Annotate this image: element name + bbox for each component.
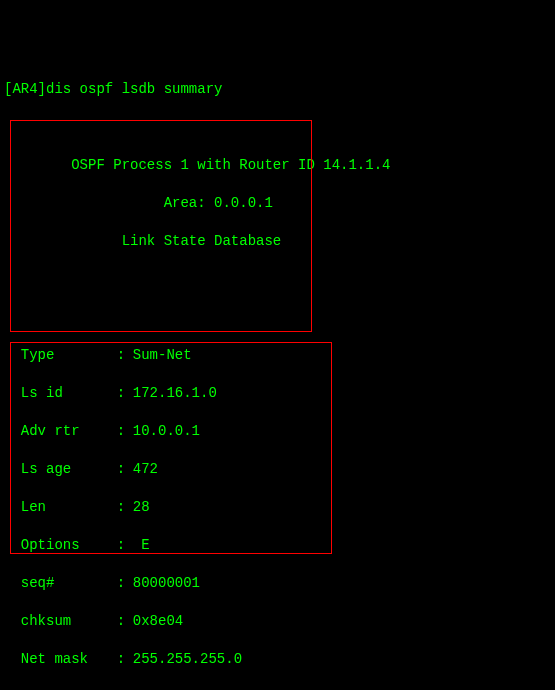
- header-process: OSPF Process 1 with Router ID 14.1.1.4: [4, 156, 555, 175]
- prompt-host: [AR4]: [4, 81, 46, 97]
- lsa-row: Type:Sum-Net: [4, 346, 555, 365]
- lsa-row: seq#:80000001: [4, 574, 555, 593]
- header-db: Link State Database: [4, 232, 555, 251]
- lsa-row: Len:28: [4, 498, 555, 517]
- highlight-box-2: [10, 342, 332, 554]
- lsa-row: Net mask:255.255.255.0: [4, 650, 555, 669]
- lsa-row: Ls id:172.16.1.0: [4, 384, 555, 403]
- lsa-row: chksum:0x8e04: [4, 612, 555, 631]
- highlight-box-1: [10, 120, 312, 332]
- lsa-row: Options: E: [4, 536, 555, 555]
- lsa-row: Adv rtr:10.0.0.1: [4, 422, 555, 441]
- lsa-row: Ls age:472: [4, 460, 555, 479]
- prompt-cmd: dis ospf lsdb summary: [46, 81, 222, 97]
- cmd-line[interactable]: [AR4]dis ospf lsdb summary: [4, 80, 555, 99]
- header-area: Area: 0.0.0.1: [4, 194, 555, 213]
